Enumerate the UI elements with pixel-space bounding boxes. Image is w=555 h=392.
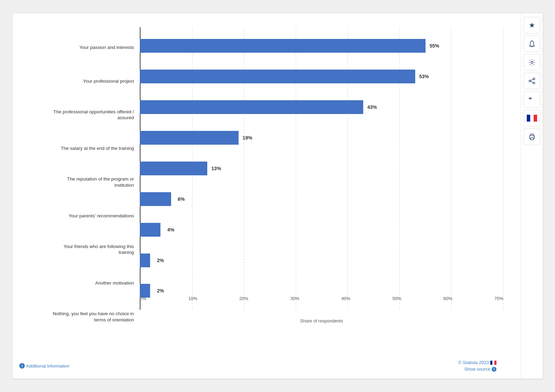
notification-button[interactable] [524,35,540,52]
favorite-button[interactable]: ★ [524,17,540,33]
svg-point-1 [533,78,535,80]
show-source-button[interactable]: Show source i [464,367,496,372]
bar-value-label-1: 53% [419,74,429,79]
bar-value-label-5: 6% [178,196,185,202]
bar-row-2: 43% [140,99,503,115]
bar-5: 6% [140,192,171,206]
statista-copy-text: © Statista 2023 [458,360,489,365]
bar-value-label-7: 2% [157,258,164,263]
info-icon: i [19,363,25,369]
bar-value-label-8: 2% [157,288,164,293]
svg-line-4 [531,79,533,81]
x-axis-label: Share of respondents [140,318,503,323]
bar-value-label-0: 55% [430,43,439,49]
bar-value-label-2: 43% [367,104,377,110]
x-tick-2: 20% [239,296,248,310]
x-axis: 0%10%20%30%40%50%60%70% [140,296,503,310]
bar-4: 13% [140,162,207,175]
x-tick-6: 60% [443,296,452,310]
sidebar: ★ ❝ [521,13,543,379]
chart-footer: i Additional Information © Statista 2023… [19,360,496,372]
chart-inner: 55%53%43%19%13%6%4%2%2% 0%10%20%30%40%50… [140,27,503,323]
statista-flag-icon [490,361,496,365]
print-button[interactable] [524,128,540,145]
quote-button[interactable]: ❝ [524,91,540,108]
y-label-5: Your parents' recommendations [23,208,138,224]
bar-row-1: 53% [140,68,503,85]
x-tick-7: 70% [494,296,503,310]
additional-info-button[interactable]: i Additional Information [19,363,70,369]
bars-container: 55%53%43%19%13%6%4%2%2% [140,27,503,310]
svg-point-9 [533,136,534,137]
bar-3: 19% [140,131,239,145]
x-tick-5: 50% [392,296,401,310]
svg-line-5 [531,81,533,83]
bar-value-label-4: 13% [211,166,221,171]
svg-rect-8 [531,138,533,140]
y-label-8: Nothing, you feel you have no choice int… [23,309,138,325]
svg-text:❝: ❝ [528,96,532,103]
show-source-label: Show source [464,367,490,372]
bar-value-label-6: 4% [167,227,174,233]
source-info-icon: i [492,367,496,372]
x-tick-1: 10% [188,296,197,310]
bar-row-0: 55% [140,38,503,54]
x-tick-4: 40% [341,296,350,310]
y-label-6: Your friends who are following thistrain… [23,241,138,258]
language-button[interactable] [524,110,540,126]
statista-copyright: © Statista 2023 [458,360,496,365]
x-tick-3: 30% [290,296,299,310]
share-button[interactable] [524,73,540,89]
bar-row-6: 4% [140,221,503,238]
svg-point-0 [531,61,533,63]
chart-container: Your passion and interestsYour professio… [12,13,543,379]
settings-button[interactable] [524,54,540,71]
bar-row-7: 2% [140,252,503,269]
y-label-0: Your passion and interests [23,39,138,56]
y-label-1: Your professional project [23,73,138,90]
bar-1: 53% [140,70,415,83]
bar-chart: Your passion and interestsYour professio… [23,24,510,351]
bar-row-5: 6% [140,191,503,207]
chart-area: Your passion and interestsYour professio… [12,13,521,379]
bar-row-4: 13% [140,160,503,177]
y-label-4: The reputation of the program orinstitut… [23,174,138,190]
bar-0: 55% [140,39,426,53]
y-label-7: Another motivation [23,275,138,291]
french-flag-icon [527,115,537,122]
footer-right: © Statista 2023 Show source i [458,360,496,372]
x-tick-0: 0% [140,296,146,310]
additional-info-label: Additional Information [26,363,70,369]
y-label-3: The salary at the end of the training [23,140,138,157]
bar-2: 43% [140,100,363,114]
svg-point-3 [533,82,535,84]
bar-value-label-3: 19% [243,135,252,141]
bar-6: 4% [140,223,160,237]
y-axis-labels: Your passion and interestsYour professio… [23,27,138,337]
svg-point-2 [529,80,531,82]
y-label-2: The professional opportunities offered /… [23,106,138,123]
bar-row-3: 19% [140,130,503,146]
bar-7: 2% [140,254,150,267]
